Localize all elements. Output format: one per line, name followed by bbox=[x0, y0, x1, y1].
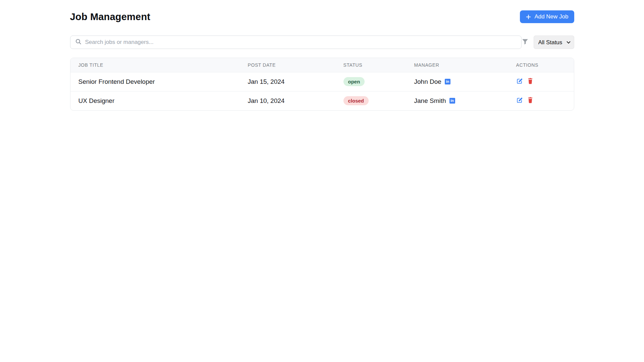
page-header: Job Management Add New Job bbox=[70, 9, 574, 24]
filter-group: All Status bbox=[522, 36, 574, 49]
linkedin-icon[interactable]: in bbox=[449, 98, 455, 104]
post-date-cell: Jan 10, 2024 bbox=[240, 91, 335, 110]
manager-name: John Doe bbox=[414, 78, 441, 85]
manager-name: Jane Smith bbox=[414, 97, 446, 105]
actions-cell bbox=[508, 91, 574, 110]
post-date-cell: Jan 15, 2024 bbox=[240, 72, 335, 91]
edit-button[interactable] bbox=[516, 97, 523, 105]
trash-icon bbox=[527, 97, 533, 105]
delete-button[interactable] bbox=[527, 97, 533, 105]
col-header-post-date: POST DATE bbox=[240, 58, 335, 72]
status-cell: open bbox=[335, 72, 406, 91]
status-filter: All Status bbox=[534, 36, 574, 49]
edit-icon bbox=[516, 78, 523, 85]
jobs-table-card: JOB TITLE POST DATE STATUS MANAGER ACTIO… bbox=[70, 58, 574, 111]
search-box bbox=[70, 36, 522, 49]
filter-icon bbox=[522, 38, 529, 47]
status-cell: closed bbox=[335, 91, 406, 110]
table-header-row: JOB TITLE POST DATE STATUS MANAGER ACTIO… bbox=[70, 58, 574, 72]
search-icon bbox=[75, 39, 82, 46]
edit-icon bbox=[516, 97, 523, 105]
status-filter-select[interactable]: All Status bbox=[534, 36, 574, 49]
page-title: Job Management bbox=[70, 11, 151, 23]
delete-button[interactable] bbox=[527, 78, 533, 85]
trash-icon bbox=[527, 78, 533, 85]
col-header-status: STATUS bbox=[335, 58, 406, 72]
status-badge: closed bbox=[343, 96, 369, 105]
table-row: UX Designer Jan 10, 2024 closed Jane Smi… bbox=[70, 91, 574, 110]
toolbar: All Status bbox=[70, 36, 574, 49]
job-title-cell: Senior Frontend Developer bbox=[70, 72, 240, 91]
actions-cell bbox=[508, 72, 574, 91]
linkedin-icon[interactable]: in bbox=[445, 79, 450, 84]
page: Job Management Add New Job bbox=[0, 0, 644, 362]
manager-cell: John Doe in bbox=[406, 72, 508, 91]
col-header-manager: MANAGER bbox=[406, 58, 508, 72]
add-new-job-label: Add New Job bbox=[534, 13, 568, 20]
add-new-job-button[interactable]: Add New Job bbox=[520, 10, 574, 23]
col-header-actions: ACTIONS bbox=[508, 58, 574, 72]
status-badge: open bbox=[343, 77, 365, 86]
col-header-job-title: JOB TITLE bbox=[70, 58, 240, 72]
jobs-table: JOB TITLE POST DATE STATUS MANAGER ACTIO… bbox=[70, 58, 574, 110]
table-row: Senior Frontend Developer Jan 15, 2024 o… bbox=[70, 72, 574, 91]
job-title-cell: UX Designer bbox=[70, 91, 240, 110]
plus-icon bbox=[526, 14, 531, 20]
edit-button[interactable] bbox=[516, 78, 523, 85]
content-container: Job Management Add New Job bbox=[70, 0, 574, 111]
search-input[interactable] bbox=[70, 36, 522, 49]
manager-cell: Jane Smith in bbox=[406, 91, 508, 110]
